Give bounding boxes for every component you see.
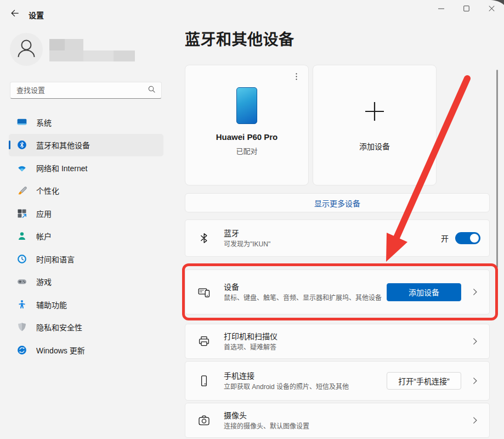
apps-icon [16,208,27,219]
gaming-icon [16,276,27,287]
device-name: Huawei P60 Pro [216,132,278,142]
bluetooth-row-text: 蓝牙 可发现为"IKUN" [224,227,441,249]
camera-row-subtitle: 连接的摄像头、默认图像设置 [224,422,469,431]
sidebar-item-apps[interactable]: 应用 [9,202,163,225]
sidebar-item-label: 隐私和安全性 [36,322,82,333]
titlebar: 设置 [0,0,504,25]
bluetooth-icon [16,139,27,150]
search-input[interactable] [16,86,147,94]
paired-device-content: Huawei P60 Pro 已配对 [185,65,308,185]
windows-update-icon [16,345,27,356]
sidebar-item-system[interactable]: 系统 [9,111,163,134]
camera-row[interactable]: 摄像头 连接的摄像头、默认图像设置 [185,403,490,438]
sidebar-item-personalization[interactable]: 个性化 [9,179,163,202]
open-phone-link-button[interactable]: 打开“手机连接” [387,372,461,390]
phone-link-row-subtitle: 立即获取 Android 设备的照片、短信及其他 [224,382,387,392]
maximize-icon [461,3,472,15]
devices-row-trailing: 添加设备 [387,283,480,301]
printers-row-subtitle: 首选项、疑难解答 [224,343,469,352]
bluetooth-row-subtitle: 可发现为"IKUN" [224,240,441,249]
accounts-icon [16,230,27,241]
camera-row-trailing [469,415,480,426]
sidebar-item-label: 网络和 Internet [36,162,87,173]
sidebar-item-time-language[interactable]: 时间和语言 [9,247,163,271]
minimize-icon [436,3,446,15]
sidebar-item-label: 游戏 [36,276,52,287]
add-device-button[interactable]: 添加设备 [387,283,461,301]
toggle-state-label: 开 [441,233,449,244]
bluetooth-row[interactable]: 蓝牙 可发现为"IKUN" 开 [185,219,490,257]
sidebar-item-label: 帐户 [36,230,52,241]
network-icon [16,162,27,173]
show-more-label: 显示更多设备 [314,198,360,209]
close-button[interactable] [479,0,504,19]
devices-row-subtitle: 鼠标、键盘、触笔、音频、显示器和扩展坞、其他设备 [224,294,387,303]
sidebar-item-bluetooth-devices[interactable]: 蓝牙和其他设备 [9,134,163,157]
vertical-scrollbar-thumb[interactable] [496,70,498,268]
devices-row-title: 设备 [224,281,387,292]
paired-device-card[interactable]: Huawei P60 Pro 已配对 [185,65,309,185]
add-device-card-label: 添加设备 [359,140,390,151]
privacy-shield-icon [16,322,27,333]
system-icon [16,117,27,128]
bluetooth-glyph-icon [197,232,211,245]
sidebar-item-label: 蓝牙和其他设备 [36,139,90,150]
bluetooth-row-title: 蓝牙 [224,227,441,238]
bluetooth-toggle-group: 开 [441,232,480,244]
sidebar-item-label: 时间和语言 [36,254,75,264]
sidebar-item-gaming[interactable]: 游戏 [9,271,163,294]
phone-graphic [236,87,257,124]
phone-link-row[interactable]: 手机连接 立即获取 Android 设备的照片、短信及其他 打开“手机连接” [185,361,490,401]
maximize-button[interactable] [454,0,479,19]
back-button[interactable] [7,7,23,21]
settings-search [10,82,162,99]
device-status: 已配对 [236,145,257,156]
show-more-devices-button[interactable]: 显示更多设备 [185,193,490,212]
toggle-knob [470,234,479,243]
window-controls [428,0,504,19]
bluetooth-toggle[interactable] [455,232,480,244]
sidebar-item-privacy[interactable]: 隐私和安全性 [9,316,163,339]
printers-row-title: 打印机和扫描仪 [224,330,469,341]
add-device-card[interactable]: 添加设备 [313,65,437,185]
window-title: 设置 [29,9,44,20]
accessibility-icon [16,299,27,310]
person-icon [10,32,43,67]
avatar[interactable] [10,33,43,66]
sidebar-item-windows-update[interactable]: Windows 更新 [9,339,163,362]
chevron-right-icon [469,415,480,426]
sidebar-item-label: 应用 [36,208,52,219]
sidebar-item-accessibility[interactable]: 辅助功能 [9,293,163,316]
time-language-icon [16,254,27,264]
phone-link-row-text: 手机连接 立即获取 Android 设备的照片、短信及其他 [224,370,387,392]
camera-row-title: 摄像头 [224,409,469,420]
settings-window: 设置 系统 [0,0,504,439]
printers-row-trailing [469,336,480,347]
phone-icon [197,374,211,387]
camera-icon [197,414,211,427]
printers-scanners-row[interactable]: 打印机和扫描仪 首选项、疑难解答 [185,324,490,359]
personalization-icon [16,185,27,196]
printers-row-text: 打印机和扫描仪 首选项、疑难解答 [224,330,469,352]
camera-row-text: 摄像头 连接的摄像头、默认图像设置 [224,409,469,431]
phone-link-row-trailing: 打开“手机连接” [387,372,480,390]
chevron-right-icon [469,375,480,386]
phone-link-row-title: 手机连接 [224,370,387,381]
sidebar-item-accounts[interactable]: 帐户 [9,225,163,248]
sidebar-nav: 系统 蓝牙和其他设备 网络和 Internet 个性化 应用 帐户 时间和语言 [9,111,163,362]
minimize-button[interactable] [428,0,454,19]
close-icon [486,3,497,15]
page-title: 蓝牙和其他设备 [185,27,295,49]
sidebar-item-network[interactable]: 网络和 Internet [9,156,163,179]
plus-icon [362,99,387,126]
redaction-block [49,39,83,50]
sidebar-item-label: 辅助功能 [36,299,67,310]
redaction-block [49,50,135,61]
account-name-redacted [49,39,135,61]
chevron-right-icon [469,286,480,297]
back-arrow-icon [9,8,20,20]
devices-row[interactable]: 设备 鼠标、键盘、触笔、音频、显示器和扩展坞、其他设备 添加设备 [185,269,490,314]
sidebar-item-label: 系统 [36,117,52,128]
sidebar-item-label: 个性化 [36,185,59,196]
chevron-right-icon [469,336,480,347]
